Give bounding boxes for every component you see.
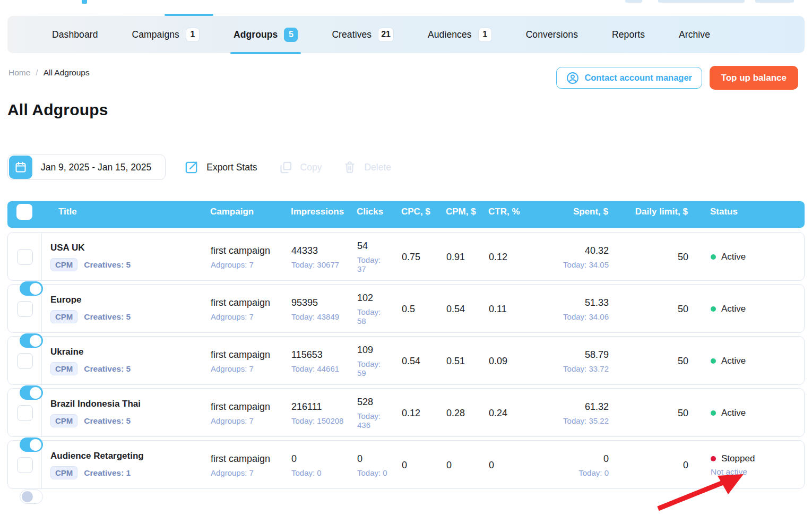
nav-tab-label: Archive [679, 29, 710, 40]
column-header-cpc: CPC, $ [391, 207, 434, 217]
row-checkbox[interactable] [17, 353, 33, 369]
table-row: Europe CPM Creatives: 5 first campaign A… [7, 284, 805, 333]
status-dot [711, 410, 716, 416]
top-up-balance-button[interactable]: Top up balance [710, 66, 798, 90]
cpc-value: 0.12 [402, 408, 435, 419]
nav-tab-conversions[interactable]: Conversions [526, 16, 578, 53]
spent-value: 0 [548, 453, 609, 465]
toggle-knob [30, 439, 41, 451]
topup-button-label: Top up balance [721, 73, 787, 83]
breadcrumb-home-link[interactable]: Home [8, 68, 30, 78]
row-checkbox[interactable] [17, 457, 33, 473]
date-range-value: Jan 9, 2025 - Jan 15, 2025 [41, 162, 164, 173]
breadcrumb-separator: / [36, 68, 38, 78]
table-row: Ukraine CPM Creatives: 5 first campaign … [7, 336, 805, 385]
contact-account-manager-button[interactable]: Contact account manager [556, 67, 702, 89]
adgroup-title-link[interactable]: USA UK [50, 243, 201, 253]
spent-value: 40.32 [548, 245, 609, 256]
nav-tab-label: Creatives [332, 29, 372, 40]
top-right-button-fragment [658, 0, 745, 3]
pricing-model-badge: CPM [50, 310, 77, 323]
impressions-value: 44333 [291, 245, 348, 256]
delete-label: Delete [364, 162, 391, 173]
row-checkbox[interactable] [17, 405, 33, 421]
row-checkbox[interactable] [17, 301, 33, 317]
select-all-checkbox[interactable] [16, 204, 32, 220]
clicks-value: 109 [357, 345, 391, 356]
status-label: Active [721, 408, 746, 418]
nav-tab-audiences[interactable]: Audiences 1 [428, 16, 492, 53]
daily-limit-value: 0 [610, 460, 688, 471]
nav-tab-dashboard[interactable]: Dashboard [52, 16, 98, 53]
export-icon [184, 160, 199, 175]
campaign-name: first campaign [211, 453, 282, 465]
status-label: Active [721, 304, 746, 314]
contact-button-label: Contact account manager [584, 73, 692, 83]
table-row: Audience Retargeting CPM Creatives: 1 fi… [7, 440, 805, 489]
logo-fragment [82, 0, 87, 4]
section-tabs-bar: Dashboard Campaigns 1 Adgroups 5 Creativ… [7, 16, 805, 53]
nav-tab-archive[interactable]: Archive [679, 16, 710, 53]
impressions-today: Today: 44661 [291, 364, 348, 373]
clicks-today: Today: 0 [357, 468, 391, 477]
person-circle-icon [566, 72, 579, 84]
date-range-picker[interactable]: Jan 9, 2025 - Jan 15, 2025 [7, 154, 166, 180]
impressions-value: 115653 [291, 349, 348, 360]
creatives-count: Creatives: 1 [84, 468, 131, 478]
campaign-name: first campaign [211, 297, 282, 308]
nav-tab-creatives[interactable]: Creatives 21 [332, 16, 394, 53]
nav-tab-adgroups[interactable]: Adgroups 5 [234, 16, 298, 53]
adgroup-title-link[interactable]: Ukraine [50, 347, 201, 357]
delete-button[interactable]: Delete [343, 160, 391, 174]
copy-label: Copy [300, 162, 322, 173]
impressions-today: Today: 150208 [291, 416, 348, 425]
status-dot [711, 456, 716, 461]
status-dot [711, 358, 716, 364]
spent-value: 51.33 [548, 297, 609, 308]
table-header-row: Title Campaign Impressions Clicks CPC, $… [7, 201, 805, 228]
nav-tab-label: Dashboard [52, 29, 98, 40]
status-toggle[interactable] [20, 437, 43, 452]
nav-tab-campaigns[interactable]: Campaigns 1 [132, 16, 200, 53]
pricing-model-badge: CPM [50, 362, 77, 375]
cpc-value: 0.75 [402, 252, 435, 263]
cpc-value: 0.5 [402, 304, 435, 315]
adgroup-title-link[interactable]: Audience Retargeting [50, 451, 201, 461]
toolbar: Jan 9, 2025 - Jan 15, 2025 Export Stats … [7, 154, 391, 180]
nav-tab-label: Audiences [428, 29, 472, 40]
column-header-clicks: Clicks [347, 207, 391, 217]
copy-button[interactable]: Copy [279, 160, 322, 175]
export-stats-label: Export Stats [206, 162, 257, 173]
status-sublabel: Not active [711, 467, 804, 477]
impressions-value: 95395 [291, 297, 348, 308]
nav-tab-label: Conversions [526, 29, 578, 40]
column-header-ctr: CTR, % [478, 207, 548, 217]
campaign-name: first campaign [211, 245, 282, 256]
status-toggle[interactable] [20, 385, 43, 400]
toggle-knob [30, 283, 41, 295]
spent-value: 58.79 [548, 349, 609, 360]
daily-limit-value: 50 [610, 252, 688, 263]
status-toggle[interactable] [20, 333, 43, 348]
calendar-icon[interactable] [9, 156, 32, 179]
cpm-value: 0.91 [446, 252, 478, 263]
export-stats-button[interactable]: Export Stats [184, 160, 257, 175]
row-checkbox[interactable] [17, 249, 33, 265]
adgroup-title-link[interactable]: Europe [50, 295, 201, 305]
ctr-value: 0.12 [489, 252, 548, 263]
adgroup-title-link[interactable]: Brazil Indonesia Thai [50, 399, 201, 409]
creatives-count: Creatives: 5 [84, 312, 131, 322]
table-row: USA UK CPM Creatives: 5 first campaign A… [7, 232, 805, 281]
adgroups-table: Title Campaign Impressions Clicks CPC, $… [7, 201, 805, 489]
status-toggle[interactable] [20, 281, 43, 296]
impressions-today: Today: 43849 [291, 312, 348, 321]
daily-limit-value: 50 [610, 356, 688, 367]
breadcrumb-current: All Adgroups [44, 68, 90, 78]
status-toggle[interactable] [20, 490, 43, 504]
cpc-value: 0 [402, 460, 435, 471]
adgroups-count: Adgroups: 7 [211, 312, 282, 321]
adgroups-count: Adgroups: 7 [211, 364, 282, 373]
nav-tab-reports[interactable]: Reports [612, 16, 645, 53]
ctr-value: 0 [489, 460, 548, 471]
status-label: Stopped [721, 453, 755, 464]
